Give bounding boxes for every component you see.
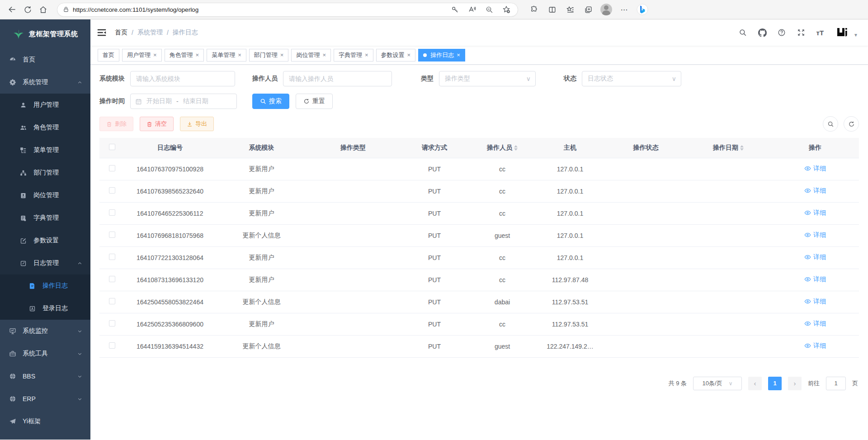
reset-button[interactable]: 重置 xyxy=(296,94,333,109)
read-aloud-icon[interactable] xyxy=(464,2,480,17)
sidebar-item-tools[interactable]: 系统工具 xyxy=(0,342,90,365)
toggle-search-button[interactable] xyxy=(823,116,838,132)
tab-home[interactable]: 首页 xyxy=(98,49,119,62)
col-operator[interactable]: 操作人员 xyxy=(471,138,534,158)
tab-user-manage[interactable]: 用户管理× xyxy=(122,49,162,62)
close-icon[interactable]: × xyxy=(457,52,460,58)
prev-page-button[interactable]: ‹ xyxy=(748,377,762,390)
zoom-out-icon[interactable] xyxy=(481,2,497,17)
sidebar-item-home[interactable]: 首页 xyxy=(0,48,90,71)
detail-link[interactable]: 详细 xyxy=(804,187,826,195)
sidebar-collapse-icon[interactable] xyxy=(97,28,107,38)
row-checkbox[interactable] xyxy=(109,298,115,304)
breadcrumb-system[interactable]: 系统管理 xyxy=(137,28,163,37)
refresh-table-button[interactable] xyxy=(844,116,859,132)
next-page-button[interactable]: › xyxy=(788,377,802,390)
detail-link[interactable]: 详细 xyxy=(804,253,826,261)
close-icon[interactable]: × xyxy=(196,52,199,58)
header-search-icon[interactable] xyxy=(739,28,747,37)
fullscreen-icon[interactable] xyxy=(797,28,806,37)
avatar-caret-icon[interactable]: ▼ xyxy=(854,33,858,38)
delete-button[interactable]: 删除 xyxy=(99,117,133,131)
search-button[interactable]: 搜索 xyxy=(252,94,289,109)
sidebar-item-params[interactable]: 参数设置 xyxy=(0,229,90,252)
sidebar-item-users[interactable]: 用户管理 xyxy=(0,94,90,116)
export-button[interactable]: 导出 xyxy=(180,117,214,131)
tab-menu-manage[interactable]: 菜单管理× xyxy=(207,49,246,62)
row-checkbox[interactable] xyxy=(109,320,115,326)
clear-button[interactable]: 清空 xyxy=(140,117,174,131)
close-icon[interactable]: × xyxy=(238,52,241,58)
row-checkbox[interactable] xyxy=(109,165,115,171)
tab-post-manage[interactable]: 岗位管理× xyxy=(291,49,331,62)
sidebar-item-menus[interactable]: 菜单管理 xyxy=(0,139,90,161)
sidebar-item-yi[interactable]: Yi框架 xyxy=(0,410,90,433)
font-size-icon[interactable]: тT xyxy=(816,29,824,37)
split-screen-icon[interactable] xyxy=(544,2,560,17)
status-select[interactable]: 日志状态 ∨ xyxy=(582,71,681,86)
bing-chat-icon[interactable] xyxy=(635,2,650,17)
url-bar[interactable]: https://ccnetcore.com:1101/system/log/op… xyxy=(57,3,518,17)
sort-carets-icon[interactable] xyxy=(514,145,518,151)
browser-more-icon[interactable]: ⋯ xyxy=(617,2,632,17)
browser-profile-avatar[interactable] xyxy=(599,2,614,17)
tab-role-manage[interactable]: 角色管理× xyxy=(165,49,204,62)
sidebar-item-monitor[interactable]: 系统监控 xyxy=(0,320,90,342)
collections-icon[interactable] xyxy=(580,2,596,17)
sidebar-item-posts[interactable]: 岗位管理 xyxy=(0,184,90,207)
page-size-select[interactable]: 10条/页 ∨ xyxy=(693,377,742,390)
close-icon[interactable]: × xyxy=(280,52,284,58)
goto-page-input[interactable] xyxy=(826,377,846,390)
detail-link[interactable]: 详细 xyxy=(804,209,826,217)
detail-link[interactable]: 详细 xyxy=(804,298,826,306)
detail-link[interactable]: 详细 xyxy=(804,275,826,284)
select-all-checkbox[interactable] xyxy=(109,144,115,150)
detail-link[interactable]: 详细 xyxy=(804,165,826,173)
close-icon[interactable]: × xyxy=(153,52,157,58)
sidebar-item-dicts[interactable]: 字典管理 xyxy=(0,207,90,229)
detail-link[interactable]: 详细 xyxy=(804,231,826,239)
close-icon[interactable]: × xyxy=(322,52,326,58)
favorites-add-icon[interactable] xyxy=(499,2,514,17)
page-button-1[interactable]: 1 xyxy=(768,377,782,390)
row-checkbox[interactable] xyxy=(109,276,115,282)
type-select[interactable]: 操作类型 ∨ xyxy=(439,71,536,86)
sidebar-item-logs[interactable]: 日志管理 xyxy=(0,252,90,274)
tab-param-settings[interactable]: 参数设置× xyxy=(376,49,416,62)
refresh-button[interactable] xyxy=(20,2,35,17)
app-logo[interactable]: 意框架管理系统 xyxy=(0,19,90,48)
col-date[interactable]: 操作日期 xyxy=(685,138,771,158)
close-icon[interactable]: × xyxy=(365,52,368,58)
favorites-bar-icon[interactable] xyxy=(562,2,578,17)
sidebar-item-system[interactable]: 系统管理 xyxy=(0,71,90,94)
sidebar-item-bbs[interactable]: BBS xyxy=(0,365,90,388)
close-icon[interactable]: × xyxy=(407,52,411,58)
sidebar-item-login-log[interactable]: 登录日志 xyxy=(0,297,90,320)
user-avatar[interactable] xyxy=(835,25,849,40)
sort-carets-icon[interactable] xyxy=(740,145,744,151)
row-checkbox[interactable] xyxy=(109,342,115,349)
password-key-icon[interactable] xyxy=(447,2,462,17)
tab-oper-log[interactable]: 操作日志× xyxy=(418,49,465,62)
github-icon[interactable] xyxy=(758,28,767,37)
tab-dict-manage[interactable]: 字典管理× xyxy=(334,49,373,62)
sidebar-item-departments[interactable]: 部门管理 xyxy=(0,161,90,184)
operator-input[interactable] xyxy=(283,71,392,86)
extensions-icon[interactable] xyxy=(526,2,542,17)
sidebar-item-roles[interactable]: 角色管理 xyxy=(0,116,90,139)
tab-dept-manage[interactable]: 部门管理× xyxy=(249,49,289,62)
row-checkbox[interactable] xyxy=(109,254,115,260)
sidebar-item-erp[interactable]: ERP xyxy=(0,388,90,410)
date-range-picker[interactable]: 开始日期 - 结束日期 xyxy=(130,94,237,109)
detail-link[interactable]: 详细 xyxy=(804,320,826,328)
sidebar-item-oper-log[interactable]: 操作日志 xyxy=(0,274,90,297)
row-checkbox[interactable] xyxy=(109,232,115,238)
row-checkbox[interactable] xyxy=(109,209,115,216)
row-checkbox[interactable] xyxy=(109,187,115,194)
help-icon[interactable] xyxy=(778,28,786,37)
module-input[interactable] xyxy=(130,71,235,86)
back-button[interactable] xyxy=(5,2,20,17)
breadcrumb-home[interactable]: 首页 xyxy=(115,28,127,37)
home-button[interactable] xyxy=(35,2,51,17)
detail-link[interactable]: 详细 xyxy=(804,342,826,350)
